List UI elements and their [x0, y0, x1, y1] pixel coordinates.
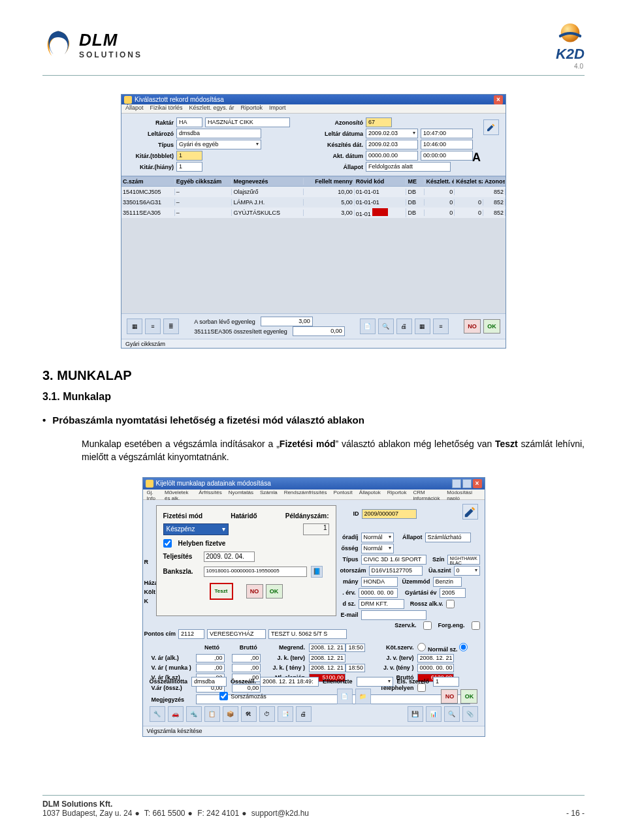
ok-button[interactable]: OK	[460, 689, 477, 704]
col-keszlet[interactable]: Rövid kód	[355, 178, 407, 185]
fld[interactable]: 2008. 12. 21	[309, 664, 346, 672]
menu-item[interactable]: Import	[269, 104, 286, 113]
minimize-button[interactable]	[452, 479, 461, 488]
azonosito-field[interactable]: 67	[366, 117, 392, 127]
normal-radio[interactable]	[459, 643, 468, 651]
bankszla-field[interactable]: 10918001-00000003-19550005	[204, 567, 307, 577]
ok-button[interactable]: OK	[483, 319, 500, 334]
maximize-button[interactable]	[462, 479, 472, 488]
no-button[interactable]: NO	[441, 689, 458, 704]
helyben-checkbox[interactable]	[163, 539, 172, 548]
no-button[interactable]: NO	[464, 319, 481, 334]
menu-item[interactable]: Állapotok	[359, 490, 381, 499]
tool-button[interactable]: ≡	[145, 319, 161, 334]
tool-button[interactable]: 🔍	[444, 706, 460, 722]
fld[interactable]: VERESEGYHÁZ	[207, 629, 266, 639]
tipus-select[interactable]: Gyári és egyéb	[176, 140, 261, 149]
tool-button[interactable]: 📑	[278, 706, 293, 722]
fld[interactable]: CIVIC 3D 1.6I SPORT	[361, 555, 426, 565]
kotsz-radio[interactable]	[417, 643, 426, 651]
fld[interactable]: 2008. 12. 21	[309, 644, 346, 652]
tool-button[interactable]: ≡	[433, 319, 449, 334]
table-row[interactable]: 33501S6AG31 – LÁMPA J.H. 5,00 01-01-01 D…	[121, 197, 506, 208]
kitar-hiany-field[interactable]: 1	[176, 162, 202, 172]
ok-button[interactable]: OK	[266, 584, 283, 599]
col-me[interactable]: ME	[406, 178, 425, 185]
tool-button[interactable]: 💾	[408, 706, 423, 722]
leltarozo-field[interactable]: dmsdba	[176, 129, 261, 138]
tool-button[interactable]: 🔧	[150, 706, 165, 722]
edit-button[interactable]	[483, 119, 499, 135]
tool-button[interactable]: 🖨	[396, 319, 412, 334]
sorszam-checkbox[interactable]	[219, 692, 228, 700]
menu-item[interactable]: Fizikai törlés	[150, 104, 183, 113]
col-keszletsz[interactable]: Készlet sz.	[455, 178, 483, 185]
menu-item[interactable]: CRM információk	[413, 490, 441, 499]
fld[interactable]: 2008. 12. 21 18:49:	[260, 677, 319, 687]
tool-button[interactable]: 🚗	[168, 706, 184, 722]
fld[interactable]: D16V15127705	[369, 566, 423, 576]
menu-item[interactable]: Állapot	[125, 104, 144, 113]
fld[interactable]: ,00	[196, 664, 225, 672]
fizmod-select[interactable]: Készpénz▾	[163, 523, 229, 535]
menu-item[interactable]: Riportok	[387, 490, 407, 499]
fld[interactable]: NIGHTHAWK BLAC	[447, 555, 480, 565]
col-cszam[interactable]: C.szám	[121, 178, 175, 185]
tool-button[interactable]: ▦	[415, 319, 430, 334]
akt-time-field[interactable]: 00:00:00	[421, 151, 473, 161]
fld[interactable]: 18:50	[346, 644, 365, 652]
fld[interactable]: 2008. 12. 21	[417, 654, 454, 662]
tool-button[interactable]: 🖨	[296, 706, 312, 722]
table-row[interactable]: 15410MCJ505 – Olajszűrő 10,00 01-01-01 D…	[121, 187, 506, 197]
fld[interactable]: DRM KFT.	[359, 599, 404, 609]
menu-item[interactable]: Riportok	[241, 104, 263, 113]
szervk-checkbox[interactable]	[423, 621, 432, 630]
tool-button[interactable]: 🛠	[241, 706, 257, 722]
col-fellelt[interactable]: Fellelt menny	[304, 178, 355, 185]
fld[interactable]: Normál	[361, 544, 394, 553]
fld[interactable]: 2008. 12. 21	[309, 654, 346, 662]
fld[interactable]: 1	[433, 677, 459, 687]
kitar-tobblet-field[interactable]: 1	[176, 151, 202, 161]
keszites-time-field[interactable]: 10:46:00	[421, 140, 473, 149]
fld[interactable]: TESZT U. 5062 5/T S	[268, 629, 347, 639]
fld[interactable]: ,00	[232, 654, 261, 662]
menu-item[interactable]: Számla	[260, 490, 278, 499]
tool-button[interactable]: 📄	[337, 689, 353, 704]
fld[interactable]: dmsdba	[191, 677, 227, 687]
tool-button[interactable]: ⏱	[259, 706, 275, 722]
forg-checkbox[interactable]	[472, 621, 480, 630]
tool-button[interactable]: 📦	[223, 706, 238, 722]
menu-item[interactable]: Rendszámfrissítés	[284, 490, 327, 499]
tool-button[interactable]: 📄	[360, 319, 376, 334]
akt-field[interactable]: 0000.00.00	[366, 151, 418, 161]
teszt-button[interactable]: Teszt	[210, 583, 233, 600]
no-button[interactable]: NO	[246, 584, 263, 599]
fld[interactable]: 0	[454, 566, 480, 576]
col-azon[interactable]: Azonosító	[483, 178, 506, 185]
raktar-field[interactable]: HASZNÁLT CIKK	[205, 117, 290, 127]
keszites-field[interactable]: 2009.02.03	[366, 140, 418, 149]
tool-button[interactable]: 📎	[462, 706, 478, 722]
fld[interactable]: Benzin	[433, 577, 462, 587]
tool-button[interactable]: 🔍	[378, 319, 394, 334]
tool-button[interactable]: ≣	[163, 319, 179, 334]
tool-button[interactable]: 🔩	[186, 706, 202, 722]
fld[interactable]: 18:50	[346, 664, 365, 672]
tool-button[interactable]: ▦	[127, 319, 142, 334]
fld[interactable]: ,00	[196, 654, 225, 662]
raktar-code-field[interactable]: HA	[176, 117, 202, 127]
fld[interactable]: Normál	[361, 533, 394, 542]
col-keszlett[interactable]: Készlett. é	[425, 178, 455, 185]
leltar-time-field[interactable]: 10:47:00	[421, 129, 473, 138]
fld[interactable]: HONDA	[361, 577, 398, 587]
table-row[interactable]: 35111SEA305 – GYÚJTÁSKULCS 3,00 01-01 DB…	[121, 208, 506, 218]
fld[interactable]: 2005	[440, 588, 466, 598]
menu-item[interactable]: Műveletek és alk.	[165, 490, 192, 499]
menu-item[interactable]: Készlett. egys. ár	[189, 104, 234, 113]
teljesites-field[interactable]: 2009. 02. 04.	[204, 552, 255, 562]
fld[interactable]: 0000. 00. 00	[359, 588, 398, 598]
tool-button[interactable]: 📁	[355, 689, 371, 704]
tool-button[interactable]: 📋	[204, 706, 220, 722]
leltar-datum-field[interactable]: 2009.02.03	[366, 129, 418, 138]
